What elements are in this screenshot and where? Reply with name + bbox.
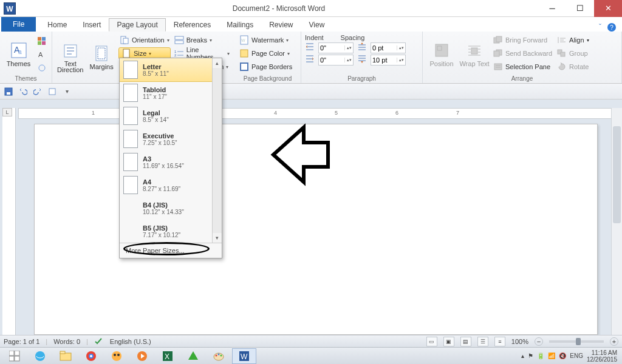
- spacing-before-input[interactable]: ▴▾: [371, 42, 406, 53]
- vertical-ruler: [2, 108, 16, 335]
- view-web-layout[interactable]: ▤: [460, 337, 471, 346]
- group-themes: Aa Themes A Themes: [0, 32, 52, 83]
- tray-flag-icon[interactable]: ⚑: [528, 352, 533, 359]
- qat-item-icon[interactable]: [47, 87, 57, 96]
- tab-review[interactable]: Review: [261, 18, 301, 32]
- taskbar-app-green[interactable]: [181, 348, 205, 364]
- tab-insert[interactable]: Insert: [75, 18, 109, 32]
- size-option-letter[interactable]: Letter8.5" x 11": [120, 58, 222, 82]
- svg-point-8: [39, 65, 45, 71]
- watermark-button[interactable]: WWatermark▾: [238, 34, 293, 46]
- zoom-level[interactable]: 100%: [511, 338, 528, 345]
- zoom-slider[interactable]: [549, 340, 604, 343]
- themes-label: Themes: [7, 60, 31, 67]
- zoom-in-button[interactable]: +: [610, 337, 618, 346]
- svg-text:X: X: [165, 352, 169, 361]
- zoom-out-button[interactable]: −: [535, 337, 543, 346]
- view-print-layout[interactable]: ▭: [426, 337, 437, 346]
- taskbar-ie[interactable]: [28, 348, 52, 364]
- tab-home[interactable]: Home: [39, 18, 75, 32]
- page-color-label: Page Color: [251, 50, 285, 57]
- vertical-scrollbar[interactable]: [611, 108, 622, 335]
- tray-battery-icon[interactable]: 🔋: [537, 352, 544, 359]
- taskbar-chrome[interactable]: [79, 348, 103, 364]
- svg-rect-44: [15, 356, 19, 361]
- undo-icon[interactable]: [18, 87, 28, 96]
- group-paragraph-label: Paragraph: [305, 75, 419, 82]
- send-backward-label: Send Backward: [505, 50, 552, 57]
- save-icon[interactable]: [4, 87, 13, 96]
- svg-rect-42: [15, 351, 19, 356]
- orientation-button[interactable]: Orientation▾: [118, 34, 171, 46]
- spacing-after-input[interactable]: ▴▾: [371, 55, 406, 66]
- group-themes-label: Themes: [4, 75, 48, 82]
- breaks-button[interactable]: Breaks▾: [173, 34, 231, 46]
- status-language[interactable]: English (U.S.): [110, 338, 151, 345]
- size-option-b5[interactable]: B5 (JIS)7.17" x 10.12": [120, 220, 222, 243]
- minimize-ribbon-icon[interactable]: ˇ: [599, 23, 601, 32]
- spacing-after-icon: [357, 55, 367, 66]
- svg-rect-6: [42, 41, 46, 45]
- tab-mailings[interactable]: Mailings: [219, 18, 261, 32]
- page-borders-button[interactable]: Page Borders: [238, 61, 293, 73]
- tray-date: 12/26/2015: [587, 356, 617, 363]
- tab-view[interactable]: View: [301, 18, 333, 32]
- align-button[interactable]: Align▾: [556, 34, 590, 46]
- tab-file[interactable]: File: [1, 17, 36, 32]
- svg-text:2: 2: [174, 53, 177, 57]
- tab-references[interactable]: References: [166, 18, 219, 32]
- page-color-button[interactable]: Page Color▾: [238, 47, 293, 59]
- size-dropdown-scrollbar[interactable]: ▴▾: [212, 58, 222, 243]
- view-draft[interactable]: ≡: [494, 337, 505, 346]
- taskbar-word-active[interactable]: W: [232, 348, 256, 364]
- tray-up-icon[interactable]: ▴: [521, 352, 524, 359]
- status-page[interactable]: Page: 1 of 1: [4, 338, 39, 345]
- minimize-button[interactable]: ─: [538, 0, 566, 17]
- theme-colors-icon[interactable]: [36, 35, 48, 47]
- size-option-a4[interactable]: A48.27" x 11.69": [120, 174, 222, 197]
- tray-clock[interactable]: 11:16 AM 12/26/2015: [587, 349, 617, 363]
- size-option-tabloid[interactable]: Tabloid11" x 17": [120, 81, 222, 104]
- indent-right-input[interactable]: ▴▾: [318, 55, 354, 66]
- indent-left-input[interactable]: ▴▾: [318, 42, 354, 53]
- position-button: Position: [426, 34, 457, 75]
- margins-label: Margins: [90, 63, 114, 70]
- view-outline[interactable]: ☰: [477, 337, 488, 346]
- tab-page-layout[interactable]: Page Layout: [109, 18, 165, 32]
- taskbar-excel[interactable]: X: [156, 348, 180, 364]
- more-paper-sizes[interactable]: More Paper Sizes...: [120, 243, 222, 258]
- size-option-executive[interactable]: Executive7.25" x 10.5": [120, 127, 222, 150]
- close-button[interactable]: ✕: [594, 0, 622, 17]
- redo-icon[interactable]: [33, 87, 43, 96]
- size-option-a3[interactable]: A311.69" x 16.54": [120, 150, 222, 174]
- themes-button[interactable]: Aa Themes: [4, 34, 33, 75]
- taskbar-app-orange[interactable]: [104, 348, 129, 364]
- selection-pane-label: Selection Pane: [505, 63, 550, 70]
- svg-point-59: [218, 353, 220, 355]
- tray-time: 11:16 AM: [592, 349, 617, 356]
- taskbar-explorer[interactable]: [53, 348, 78, 364]
- size-option-legal[interactable]: Legal8.5" x 14": [120, 104, 222, 127]
- bring-forward-label: Bring Forward: [505, 36, 547, 44]
- theme-effects-icon[interactable]: [36, 62, 48, 74]
- tray-lang[interactable]: ENG: [570, 352, 583, 359]
- taskbar-paint[interactable]: [207, 348, 231, 364]
- view-full-screen[interactable]: ▣: [443, 337, 454, 346]
- maximize-button[interactable]: ☐: [566, 0, 594, 17]
- text-direction-button[interactable]: Text Direction: [56, 34, 84, 81]
- start-button[interactable]: [2, 348, 27, 364]
- taskbar-media-player[interactable]: [130, 348, 154, 364]
- tray-volume-icon[interactable]: 🔇: [559, 352, 566, 359]
- selection-pane-button[interactable]: Selection Pane: [492, 61, 553, 73]
- margins-button[interactable]: Margins: [87, 34, 115, 81]
- svg-point-50: [90, 355, 92, 357]
- proofing-icon[interactable]: [94, 337, 104, 346]
- horizontal-ruler: 1 2 3 4 5 6 7: [18, 108, 616, 119]
- status-words[interactable]: Words: 0: [53, 338, 80, 345]
- size-option-b4[interactable]: B4 (JIS)10.12" x 14.33": [120, 197, 222, 220]
- qat-customize-icon[interactable]: ▾: [62, 87, 72, 96]
- theme-fonts-icon[interactable]: A: [36, 49, 48, 61]
- help-icon[interactable]: ?: [607, 23, 616, 32]
- breaks-label: Breaks: [186, 36, 207, 44]
- tray-network-icon[interactable]: 📶: [548, 352, 555, 359]
